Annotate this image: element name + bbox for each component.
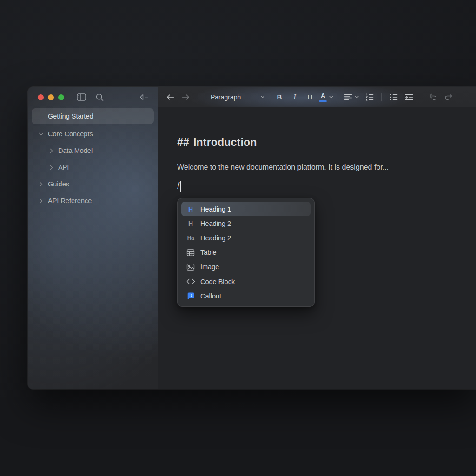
chevron-down-icon (260, 95, 265, 99)
minimize-button[interactable] (48, 94, 54, 100)
slash-menu-item-label: Table (200, 249, 217, 256)
text-cursor (180, 181, 181, 192)
toggle-sidebar-icon[interactable] (77, 93, 86, 101)
code-block-icon (186, 277, 195, 286)
sidebar-item-label: API Reference (48, 197, 92, 205)
heading-text: Introduction (193, 136, 257, 148)
indent-guide (41, 142, 41, 172)
chevron-right-icon (38, 182, 44, 187)
sidebar-item-label: API (58, 164, 69, 171)
zoom-button[interactable] (58, 94, 64, 100)
sidebar-item[interactable]: API Reference (32, 192, 154, 209)
align-button[interactable] (344, 90, 359, 104)
chevron-right-icon (38, 198, 44, 204)
sidebar: Getting Started Core Concepts Data Model… (28, 87, 158, 389)
callout-icon: 1 (186, 291, 195, 301)
chevron-down-icon (38, 132, 44, 136)
chevron-down-icon (329, 96, 333, 99)
slash-menu-item[interactable]: H Heading 1 (181, 202, 311, 216)
heading-markdown-marks: ## (177, 136, 189, 148)
indent-button[interactable] (401, 90, 416, 104)
slash-menu-item-label: Heading 2 (200, 220, 231, 227)
italic-button[interactable]: I (287, 90, 302, 104)
forward-button[interactable] (178, 90, 193, 104)
traffic-lights (38, 94, 64, 100)
toolbar-divider (198, 93, 198, 101)
close-button[interactable] (38, 94, 44, 100)
document-paragraph: Welcome to the new documentation platfor… (177, 163, 389, 172)
slash-menu-item-label: Callout (200, 292, 221, 300)
toolbar-divider (381, 93, 382, 101)
document-heading: ##Introduction (177, 136, 257, 149)
paragraph-style-value: Paragraph (211, 93, 241, 101)
text-color-swatch (319, 100, 327, 102)
slash-menu-item[interactable]: Table (181, 245, 311, 260)
bold-button[interactable]: B (271, 90, 287, 104)
slash-menu-item-label: Heading 1 (200, 205, 231, 213)
slash-menu-item[interactable]: Ha Heading 2 (181, 231, 311, 245)
editor-toolbar: Paragraph B I U A (158, 87, 476, 107)
collapse-sidebar-icon[interactable] (139, 93, 149, 101)
slash-character: / (177, 181, 180, 192)
ordered-list-button[interactable] (362, 90, 377, 104)
slash-menu-item-label: Heading 2 (200, 234, 231, 242)
paragraph-style-dropdown[interactable]: Paragraph (206, 90, 270, 104)
slash-menu-item[interactable]: Image (181, 260, 311, 274)
toolbar-divider (339, 93, 339, 101)
slash-command-line: / (177, 181, 181, 192)
underline-button[interactable]: U (302, 90, 317, 104)
heading3-icon: Ha (186, 233, 195, 243)
text-color-button[interactable]: A (318, 90, 334, 104)
sidebar-item-label: Getting Started (48, 112, 93, 120)
slash-menu-item-label: Code Block (200, 278, 235, 285)
sidebar-item-label: Data Model (58, 147, 93, 154)
heading1-icon: H (186, 205, 195, 214)
text-color-letter: A (321, 93, 325, 99)
redo-button[interactable] (441, 90, 456, 104)
heading2-icon: H (186, 219, 195, 228)
svg-text:1: 1 (190, 293, 192, 298)
image-icon (186, 262, 195, 271)
search-icon[interactable] (95, 93, 104, 102)
bullet-list-button[interactable] (386, 90, 401, 104)
undo-button[interactable] (425, 90, 441, 104)
back-button[interactable] (163, 90, 178, 104)
slash-menu-item[interactable]: 1 Callout (181, 289, 311, 303)
toolbar-divider (421, 93, 421, 101)
chevron-down-icon (355, 96, 359, 99)
slash-command-menu: H Heading 1 H Heading 2 Ha Heading 2 Tab… (177, 198, 315, 307)
table-icon (186, 248, 195, 257)
sidebar-header (28, 87, 158, 107)
chevron-right-icon (48, 165, 54, 170)
sidebar-item[interactable]: Guides (32, 176, 154, 192)
chevron-right-icon (48, 148, 54, 153)
sidebar-item-label: Guides (48, 180, 69, 188)
sidebar-nav: Getting Started Core Concepts Data Model… (28, 107, 158, 210)
sidebar-item[interactable]: API (32, 159, 154, 176)
sidebar-item[interactable]: Data Model (32, 142, 154, 159)
slash-menu-item-label: Image (200, 263, 219, 271)
sidebar-item-label: Core Concepts (48, 130, 93, 138)
sidebar-item[interactable]: Core Concepts (32, 126, 154, 142)
app-window: Getting Started Core Concepts Data Model… (28, 87, 476, 389)
sidebar-item[interactable]: Getting Started (32, 108, 154, 124)
editor-content[interactable]: ##Introduction Welcome to the new docume… (158, 107, 476, 389)
slash-menu-item[interactable]: Code Block (181, 274, 311, 289)
slash-menu-item[interactable]: H Heading 2 (181, 216, 311, 231)
